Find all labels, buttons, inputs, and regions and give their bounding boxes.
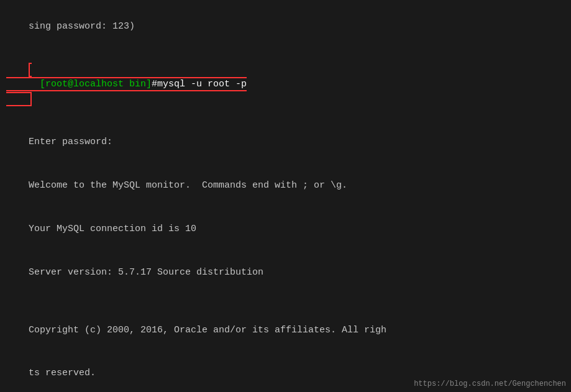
line-copyright-1: Copyright (c) 2000, 2016, Oracle and/or …: [6, 308, 565, 352]
line-connection-id: Your MySQL connection id is 10: [6, 207, 565, 251]
terminal-window: sing password: 123) [root@localhost bin]…: [0, 0, 571, 392]
line-enter-password: Enter password:: [6, 121, 565, 164]
prompt-line: [root@localhost bin]#mysql -u root -p: [6, 48, 565, 121]
truncated-top-line: sing password: 123): [6, 5, 565, 48]
watermark-url: https://blog.csdn.net/Gengchenchen: [414, 380, 566, 388]
prompt-box: [root@localhost bin]#mysql -u root -p: [6, 63, 247, 106]
command-text: #mysql -u root -p: [152, 79, 247, 89]
prompt-label: [root@localhost bin]: [40, 79, 152, 89]
line-server-version: Server version: 5.7.17 Source distributi…: [6, 250, 565, 294]
top-line-text: sing password: 123): [29, 21, 135, 32]
line-welcome: Welcome to the MySQL monitor. Commands e…: [6, 164, 565, 207]
blank-line-1: [6, 294, 565, 308]
